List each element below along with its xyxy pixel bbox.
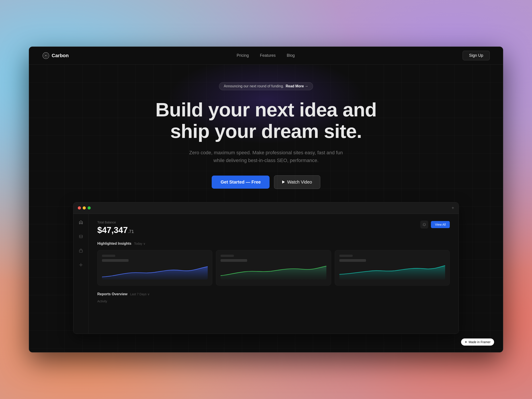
insight-card-3	[335, 250, 450, 285]
traffic-light-green[interactable]	[88, 206, 91, 209]
hero-section: Announcing our next round of funding. Re…	[29, 64, 503, 202]
card-label-3	[339, 255, 353, 257]
sidebar	[73, 214, 89, 334]
traffic-light-red[interactable]	[78, 206, 81, 209]
insights-period[interactable]: Today ∨	[134, 242, 146, 245]
sidebar-icon-home[interactable]	[77, 218, 85, 226]
svg-point-5	[80, 264, 82, 266]
signup-button[interactable]: Sign Up	[463, 51, 490, 60]
sidebar-icon-settings[interactable]	[77, 261, 85, 269]
chart-area-3	[339, 264, 445, 279]
balance-amount: $47,347.71	[97, 225, 134, 235]
insight-card-1	[97, 250, 212, 285]
hero-buttons: Get Started — Free Watch Video	[212, 175, 320, 189]
nav-links: Pricing Features Blog	[236, 53, 295, 58]
sidebar-icon-store[interactable]	[77, 247, 85, 255]
insights-cards	[97, 250, 450, 285]
reports-period[interactable]: Last 7 Days ∨	[130, 292, 150, 296]
logo-text: Carbon	[52, 53, 69, 58]
notifications-button[interactable]	[420, 221, 428, 228]
announcement-text: Announcing our next round of funding.	[224, 84, 284, 88]
dashboard-preview: +	[73, 202, 459, 334]
watch-video-button[interactable]: Watch Video	[274, 175, 320, 189]
add-tab-button[interactable]: +	[451, 205, 454, 211]
nav-link-pricing[interactable]: Pricing	[236, 53, 249, 58]
balance-section: Total Balance $47,347.71	[97, 221, 450, 235]
card-label-2	[221, 255, 234, 257]
card-value-1	[102, 259, 129, 262]
card-value-3	[339, 259, 366, 262]
get-started-button[interactable]: Get Started — Free	[212, 176, 270, 189]
logo-icon	[42, 52, 50, 59]
navbar: Carbon Pricing Features Blog Sign Up	[29, 47, 503, 64]
card-label-1	[102, 255, 115, 257]
dashboard-main-content: Total Balance $47,347.71	[89, 214, 459, 334]
sidebar-icon-inbox[interactable]	[77, 233, 85, 241]
balance-label: Total Balance	[97, 221, 134, 224]
chart-area-1	[102, 264, 208, 279]
insights-header: Highlighted Insights Today ∨	[97, 242, 450, 246]
browser-window: Carbon Pricing Features Blog Sign Up Ann…	[29, 47, 503, 352]
hero-subtitle: Zero code, maximum speed. Make professio…	[188, 149, 344, 164]
framer-badge[interactable]: ✦ Made in Framer	[461, 338, 494, 346]
insight-card-2	[216, 250, 331, 285]
svg-point-2	[45, 55, 47, 56]
reports-header: Reports Overview Last 7 Days ∨	[97, 292, 450, 296]
activity-label: Activity	[97, 299, 450, 303]
chart-area-2	[221, 264, 326, 279]
balance-actions: View All	[420, 221, 450, 228]
framer-icon: ✦	[465, 340, 467, 344]
hero-title: Build your next idea and ship your dream…	[155, 99, 377, 142]
framer-text: Made in Framer	[469, 340, 491, 344]
dashboard-titlebar: +	[73, 202, 459, 214]
nav-logo: Carbon	[42, 52, 69, 59]
nav-link-blog[interactable]: Blog	[287, 53, 295, 58]
balance-info: Total Balance $47,347.71	[97, 221, 134, 235]
svg-rect-4	[79, 250, 82, 252]
dashboard-body: Total Balance $47,347.71	[73, 214, 459, 334]
traffic-lights	[78, 206, 91, 209]
view-all-button[interactable]: View All	[431, 221, 450, 228]
card-value-2	[221, 259, 247, 262]
traffic-light-yellow[interactable]	[83, 206, 86, 209]
announcement-badge[interactable]: Announcing our next round of funding. Re…	[219, 82, 313, 90]
nav-link-features[interactable]: Features	[260, 53, 276, 58]
play-icon	[282, 180, 285, 184]
insights-title: Highlighted Insights	[97, 242, 132, 246]
announcement-link[interactable]: Read More →	[286, 84, 308, 88]
reports-title: Reports Overview	[97, 292, 127, 296]
